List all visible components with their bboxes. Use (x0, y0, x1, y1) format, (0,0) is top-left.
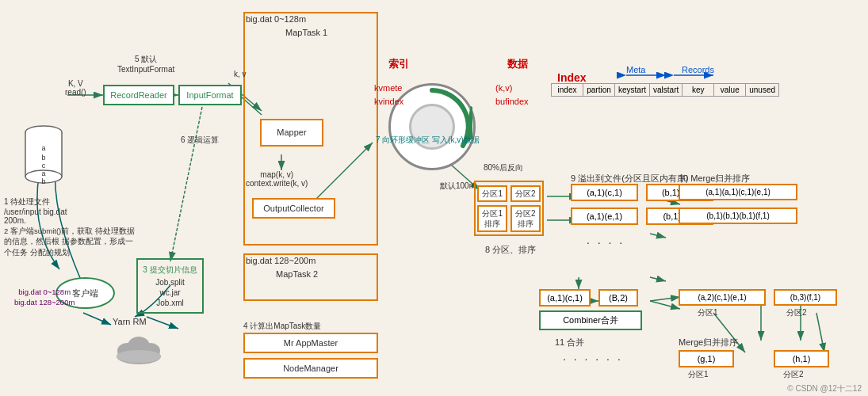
file-cylinder: a b c a b (24, 123, 63, 186)
partition1-sort-box: 分区1排序 (477, 205, 507, 232)
combiner-result1: (a,2)(c,1)(e,1) (679, 289, 766, 306)
partition-row-1: 分区1 分区2 (477, 185, 540, 202)
table-col-valstart: valstart (650, 84, 683, 96)
dots1: · · · · (587, 236, 625, 249)
step2-label: 2 客户端submit()前，获取 待处理数据的信息，然后根 据参数配置，形成一… (4, 226, 135, 257)
step3-files: Job.splitwc.jarJob.xml (155, 277, 185, 308)
svg-text:b: b (41, 177, 45, 185)
svg-point-22 (117, 350, 161, 363)
percent80-label: 80%后反向 (484, 162, 523, 173)
diagram: a b c a b 1 待处理文件 /user/input big.dat 20… (0, 0, 868, 396)
step4-label: 4 计算出MapTask数量 (243, 321, 321, 332)
partition-group-box: 分区1 分区2 分区1排序 分区2排序 (474, 181, 544, 236)
table-col-partion: partion (583, 84, 615, 96)
final-p2-label: 分区2 (783, 369, 804, 380)
svg-text:a: a (41, 169, 45, 177)
table-col-unused: unused (746, 84, 778, 96)
step8-label: 8 分区、排序 (485, 244, 536, 256)
svg-text:a: a (41, 144, 45, 152)
input-format-box: InputFormat (178, 85, 242, 105)
partition-row-2: 分区1排序 分区2排序 (477, 205, 540, 232)
maptask2-label: MapTask 2 (276, 269, 318, 279)
maptask1-label: MapTask 1 (285, 28, 327, 37)
combiner-merge-box: Combiner合并 (539, 310, 642, 330)
partition2-label-c: 分区2 (786, 307, 807, 318)
index-label: 索引 (388, 57, 409, 71)
step11-label: 11 合并 (555, 337, 584, 348)
output-collector-box: OutputCollector (252, 198, 335, 219)
map-kv-label: map(k, v)context.write(k, v) (246, 170, 308, 188)
dots2: · · · · · · (563, 352, 623, 365)
step10-label: 10 Merge归并排序 (679, 173, 750, 185)
step3-label: 3 提交切片信息 (143, 265, 197, 275)
mapper-box: Mapper (260, 119, 323, 147)
partition1-box: 分区1 (477, 185, 507, 202)
combiner-a1: (a,1)(c,1) (539, 289, 591, 307)
yarn-rm-label: Yarn RM (113, 317, 147, 326)
merge-result1: (a,1)(a,1)(c,1)(e,1) (679, 184, 797, 200)
combiner-result2: (b,3)(f,1) (774, 289, 837, 306)
index-top-label: Index (557, 71, 587, 84)
meta-label: Meta (626, 65, 645, 74)
step2-files: big.dat 0~128mbig.dat 128~200m (14, 287, 75, 308)
kvindex-label: kvindex (374, 97, 403, 106)
step9-label: 9 溢出到文件(分区且区内有序) (571, 173, 689, 185)
final-p1-label: 分区1 (688, 369, 709, 380)
combiner-b2: (B,2) (598, 289, 638, 307)
step3-box: 3 提交切片信息 Job.splitwc.jarJob.xml (136, 258, 204, 314)
kvmete-label: kvmete (374, 83, 402, 93)
step6-label: 6 逻辑运算 (181, 135, 219, 146)
cloud-shape (115, 329, 163, 366)
result-a1e1: (a,1)(e,1) (571, 208, 638, 225)
kv-read-label: K, Vread() (65, 79, 86, 97)
copyright-label: © CSDN @12十二12 (787, 383, 862, 394)
table-col-keystart: keystart (615, 84, 650, 96)
partition2-box: 分区2 (510, 185, 541, 202)
default100m-label: 默认100m (440, 181, 476, 192)
node-manager-box: NodeManager (243, 358, 378, 379)
bufindex-label: bufindex (495, 97, 529, 106)
index-table-header: index partion keystart valstart key valu… (551, 83, 779, 97)
kv-data-label: (k,v) (495, 83, 512, 93)
table-col-index: index (552, 84, 583, 96)
partition1-label-c: 分区1 (698, 307, 718, 318)
step5-label: 5 默认TextInputFormat (117, 54, 174, 74)
svg-text:b: b (41, 154, 45, 162)
kv-arrow-label: k, v (234, 70, 247, 78)
records-label: Records (682, 65, 714, 74)
partition2-sort-box: 分区2排序 (510, 205, 541, 232)
data-label: 数据 (507, 57, 528, 71)
merge-sort-label: Merge归并排序 (679, 337, 738, 348)
final1-box: (g,1) (679, 350, 734, 367)
table-col-value: value (714, 84, 746, 96)
bigdat1-label: big.dat 0~128m (246, 14, 306, 24)
result-a1c1: (a,1)(c,1) (571, 184, 638, 201)
app-master-box: Mr AppMaster (243, 333, 378, 353)
record-reader-box: RecordReader (103, 85, 174, 105)
merge-result2: (b,1)(b,1)(b,1)(f,1) (679, 208, 797, 224)
svg-text:c: c (42, 162, 46, 169)
final2-box: (h,1) (774, 350, 829, 367)
step7-label: 7 向环形缓冲区 写入(k,v)数据 (376, 135, 480, 146)
table-col-key: key (683, 84, 714, 96)
ring-arrow (392, 86, 472, 169)
step1-label: 1 待处理文件 /user/input big.dat 200m. (4, 196, 83, 225)
bigdat2-label: big.dat 128~200m (246, 256, 315, 265)
